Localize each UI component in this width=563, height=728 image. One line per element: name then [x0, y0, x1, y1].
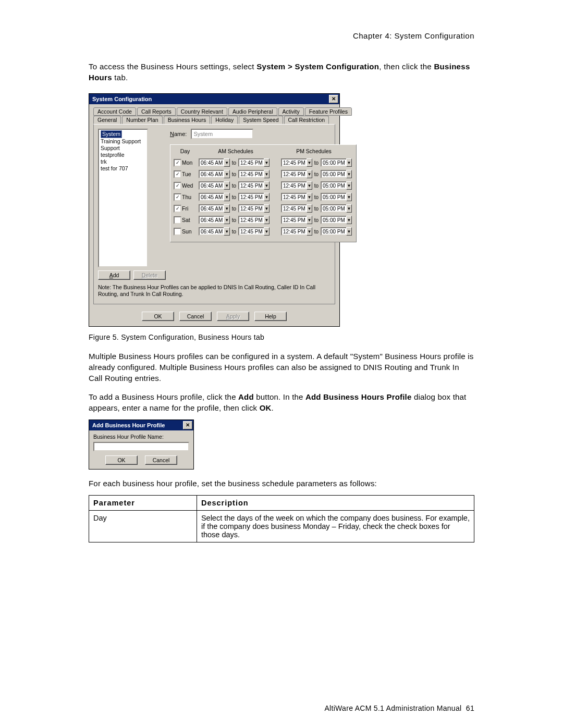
- business-hours-panel: System Training Support Support testprof…: [93, 124, 335, 304]
- profile-list-column: System Training Support Support testprof…: [98, 129, 166, 280]
- chevron-down-icon[interactable]: ▼: [307, 227, 312, 236]
- chevron-down-icon[interactable]: ▼: [224, 193, 230, 201]
- chevron-down-icon[interactable]: ▼: [224, 181, 230, 190]
- list-item[interactable]: testprofile: [100, 152, 146, 158]
- tab-feature-profiles[interactable]: Feature Profiles: [305, 107, 352, 116]
- am-start-dropdown[interactable]: 06:45 AM▼: [199, 158, 230, 167]
- pm-end-dropdown[interactable]: 05:00 PM▼: [321, 193, 352, 201]
- ok-button[interactable]: OK: [105, 455, 138, 465]
- name-field[interactable]: System: [191, 129, 253, 139]
- ok-button[interactable]: OK: [142, 312, 174, 321]
- profile-listbox[interactable]: System Training Support Support testprof…: [98, 129, 148, 267]
- profile-name-input[interactable]: [93, 442, 189, 451]
- chevron-down-icon[interactable]: ▼: [264, 204, 270, 213]
- tab-call-restriction[interactable]: Call Restriction: [284, 116, 329, 124]
- chevron-down-icon[interactable]: ▼: [346, 181, 352, 190]
- am-start-dropdown[interactable]: 06:45 AM▼: [199, 204, 230, 213]
- day-checkbox[interactable]: ✓: [174, 182, 181, 190]
- chevron-down-icon[interactable]: ▼: [307, 170, 312, 178]
- am-end-dropdown[interactable]: 12:45 PM▼: [238, 216, 270, 224]
- chevron-down-icon[interactable]: ▼: [264, 193, 270, 201]
- day-checkbox[interactable]: [174, 228, 181, 236]
- am-start-dropdown[interactable]: 06:45 AM▼: [199, 170, 230, 178]
- small-dialog-titlebar[interactable]: Add Business Hour Profile ✕: [89, 420, 193, 430]
- chevron-down-icon[interactable]: ▼: [346, 204, 352, 213]
- am-start-dropdown[interactable]: 06:45 AM▼: [199, 227, 230, 236]
- tab-audio-peripheral[interactable]: Audio Peripheral: [228, 107, 277, 116]
- am-end-dropdown[interactable]: 12:45 PM▼: [238, 204, 270, 213]
- chevron-down-icon[interactable]: ▼: [264, 181, 270, 190]
- chevron-down-icon[interactable]: ▼: [224, 227, 230, 236]
- pm-start-dropdown[interactable]: 12:45 PM▼: [281, 158, 312, 167]
- chevron-down-icon[interactable]: ▼: [346, 193, 352, 201]
- pm-end-dropdown[interactable]: 05:00 PM▼: [321, 204, 352, 213]
- dialog-titlebar[interactable]: System Configuration ✕: [89, 94, 339, 104]
- am-start-dropdown[interactable]: 06:45 AM▼: [199, 181, 230, 190]
- am-end-dropdown[interactable]: 12:45 PM▼: [238, 193, 270, 201]
- help-button[interactable]: Help: [254, 312, 287, 321]
- am-end-dropdown[interactable]: 12:45 PM▼: [238, 158, 270, 167]
- chevron-down-icon[interactable]: ▼: [307, 181, 312, 190]
- close-button[interactable]: ✕: [329, 95, 338, 103]
- name-label: Name:: [170, 131, 187, 137]
- pm-end-dropdown[interactable]: 05:00 PM▼: [321, 216, 352, 224]
- pm-end-dropdown[interactable]: 05:00 PM▼: [321, 158, 352, 167]
- tab-business-hours[interactable]: Business Hours: [164, 116, 211, 124]
- list-item[interactable]: test for 707: [100, 165, 146, 172]
- pm-end-dropdown[interactable]: 05:00 PM▼: [321, 170, 352, 178]
- chevron-down-icon[interactable]: ▼: [307, 158, 312, 167]
- tab-account-code[interactable]: Account Code: [93, 107, 136, 116]
- chevron-down-icon[interactable]: ▼: [224, 170, 230, 178]
- am-start-dropdown[interactable]: 06:45 AM▼: [199, 193, 230, 201]
- chevron-down-icon[interactable]: ▼: [224, 216, 230, 224]
- delete-button[interactable]: Delete: [133, 270, 166, 280]
- day-checkbox[interactable]: [174, 216, 181, 224]
- tab-system-speed[interactable]: System Speed: [239, 116, 283, 124]
- pm-start-dropdown[interactable]: 12:45 PM▼: [281, 204, 312, 213]
- list-item[interactable]: Training Support: [100, 138, 146, 145]
- chevron-down-icon[interactable]: ▼: [307, 204, 312, 213]
- chevron-down-icon[interactable]: ▼: [307, 193, 312, 201]
- add-button[interactable]: Add: [98, 270, 130, 280]
- day-checkbox[interactable]: ✓: [174, 170, 181, 178]
- chevron-down-icon[interactable]: ▼: [346, 216, 352, 224]
- pm-start-dropdown[interactable]: 12:45 PM▼: [281, 193, 312, 201]
- tab-number-plan[interactable]: Number Plan: [122, 116, 162, 124]
- apply-button[interactable]: Apply: [217, 312, 249, 321]
- list-item[interactable]: Support: [100, 145, 146, 152]
- chevron-down-icon[interactable]: ▼: [346, 158, 352, 167]
- cancel-button[interactable]: Cancel: [179, 312, 212, 321]
- list-item[interactable]: trk: [100, 158, 146, 165]
- am-end-dropdown[interactable]: 12:45 PM▼: [238, 227, 270, 236]
- chevron-down-icon[interactable]: ▼: [346, 170, 352, 178]
- am-end-dropdown[interactable]: 12:45 PM▼: [238, 181, 270, 190]
- chevron-down-icon[interactable]: ▼: [346, 227, 352, 236]
- tab-country-relevant[interactable]: Country Relevant: [177, 107, 227, 116]
- day-checkbox[interactable]: ✓: [174, 159, 181, 167]
- chevron-down-icon[interactable]: ▼: [307, 216, 312, 224]
- chevron-down-icon[interactable]: ▼: [264, 227, 270, 236]
- tab-general[interactable]: General: [93, 116, 121, 124]
- am-start-dropdown[interactable]: 06:45 AM▼: [199, 216, 230, 224]
- pm-end-dropdown[interactable]: 05:00 PM▼: [321, 181, 352, 190]
- pm-start-dropdown[interactable]: 12:45 PM▼: [281, 181, 312, 190]
- pm-start-dropdown[interactable]: 12:45 PM▼: [281, 216, 312, 224]
- chevron-down-icon[interactable]: ▼: [224, 158, 230, 167]
- day-checkbox[interactable]: ✓: [174, 193, 181, 201]
- chevron-down-icon[interactable]: ▼: [264, 170, 270, 178]
- parameter-table: Parameter Description Day Select the day…: [89, 495, 474, 542]
- pm-start-dropdown[interactable]: 12:45 PM▼: [281, 227, 312, 236]
- pm-end-dropdown[interactable]: 05:00 PM▼: [321, 227, 352, 236]
- cancel-button[interactable]: Cancel: [145, 455, 177, 465]
- pm-start-dropdown[interactable]: 12:45 PM▼: [281, 170, 312, 178]
- tab-call-reports[interactable]: Call Reports: [137, 107, 176, 116]
- day-checkbox[interactable]: ✓: [174, 205, 181, 213]
- chevron-down-icon[interactable]: ▼: [224, 204, 230, 213]
- am-end-dropdown[interactable]: 12:45 PM▼: [238, 170, 270, 178]
- tab-holiday[interactable]: Holiday: [211, 116, 238, 124]
- list-item[interactable]: System: [101, 130, 122, 138]
- chevron-down-icon[interactable]: ▼: [264, 158, 270, 167]
- close-button[interactable]: ✕: [183, 421, 192, 429]
- tab-activity[interactable]: Activity: [278, 107, 304, 116]
- chevron-down-icon[interactable]: ▼: [264, 216, 270, 224]
